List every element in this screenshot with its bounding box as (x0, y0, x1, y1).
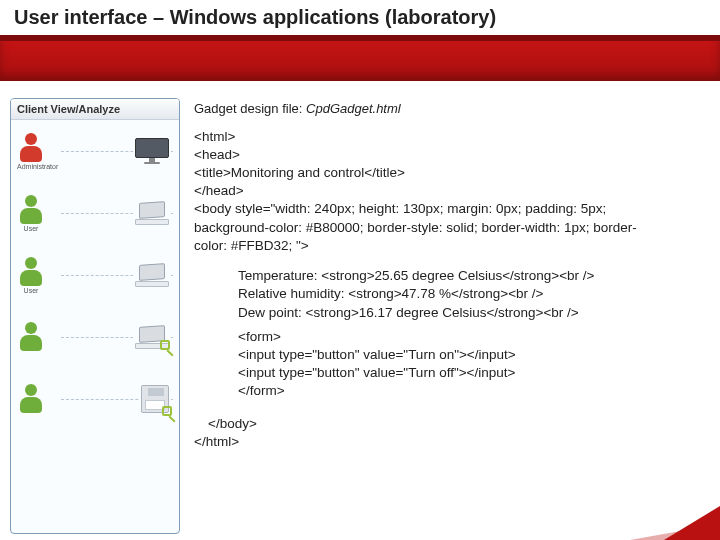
code-line: color: #FFBD32; "> (194, 237, 702, 255)
list-item (11, 306, 179, 368)
actor-admin-icon: Administrator (17, 133, 45, 170)
slide-title: User interface – Windows applications (l… (0, 0, 720, 33)
design-filename: CpdGadget.html (306, 101, 401, 116)
actor-label: Administrator (17, 163, 45, 170)
actor-label: User (17, 287, 45, 294)
code-line: <form> (238, 328, 702, 346)
design-file-line: Gadget design file: CpdGadget.html (194, 100, 702, 118)
code-line: <html> (194, 128, 702, 146)
actor-user-icon: User (17, 257, 45, 294)
content-area: Client View/Analyze Administrator User U (0, 92, 720, 540)
client-view-panel: Client View/Analyze Administrator User U (10, 98, 180, 534)
code-area: Gadget design file: CpdGadget.html <html… (180, 92, 720, 540)
code-line: <head> (194, 146, 702, 164)
code-line: background-color: #B80000; border-style:… (194, 219, 702, 237)
client-view-header: Client View/Analyze (11, 99, 179, 120)
laptop-icon (133, 202, 171, 225)
code-line: <title>Monitoring and control</title> (194, 164, 702, 182)
actor-user-icon (17, 322, 45, 352)
actor-user-icon: User (17, 195, 45, 232)
monitor-icon (133, 138, 171, 164)
laptop-plug-icon (133, 326, 171, 349)
code-line: <input type="button" value="Turn on"></i… (238, 346, 702, 364)
code-line: <input type="button" value="Turn off"></… (238, 364, 702, 382)
list-item: Administrator (11, 120, 179, 182)
list-item: User (11, 182, 179, 244)
code-line: Temperature: <strong>25.65 degree Celsiu… (238, 267, 702, 285)
floppy-plug-icon (139, 385, 171, 413)
code-line: Relative humidity: <strong>47.78 %</stro… (238, 285, 702, 303)
code-line: <body style="width: 240px; height: 130px… (194, 200, 702, 218)
laptop-icon (133, 264, 171, 287)
corner-accent-icon (664, 506, 720, 540)
html-code-block: <html> <head> <title>Monitoring and cont… (194, 128, 702, 452)
design-label: Gadget design file: (194, 101, 306, 116)
actor-label: User (17, 225, 45, 232)
list-item (11, 368, 179, 430)
list-item: User (11, 244, 179, 306)
code-line: </form> (238, 382, 702, 400)
actor-user-icon (17, 384, 45, 414)
code-line: Dew point: <strong>16.17 degree Celsius<… (238, 304, 702, 322)
code-line: </html> (194, 433, 702, 451)
code-line: </head> (194, 182, 702, 200)
code-line: </body> (208, 415, 702, 433)
header-band (0, 35, 720, 81)
